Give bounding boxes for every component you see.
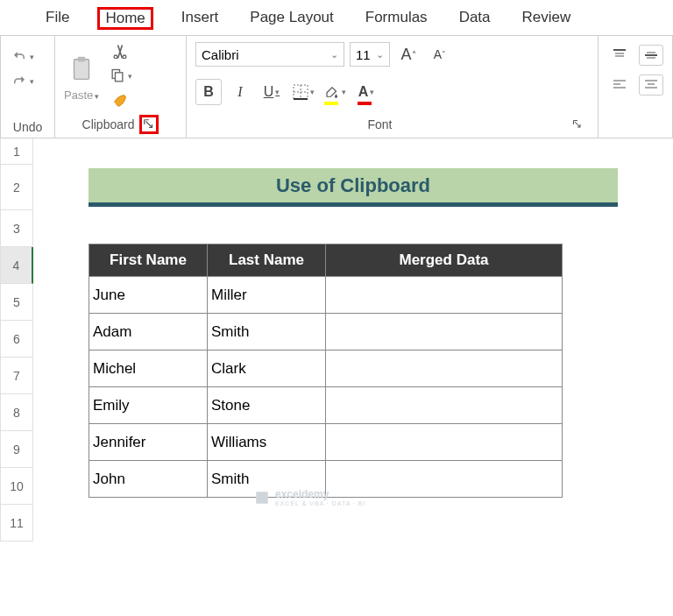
underline-button[interactable]: U (259, 79, 285, 105)
cell[interactable]: June (89, 277, 208, 314)
table-row: AdamSmith (89, 314, 563, 350)
undo-button[interactable] (10, 46, 34, 67)
worksheet[interactable]: 1 2 3 4 5 6 7 8 9 10 11 Use of Clipboard… (0, 138, 673, 542)
decrease-font-button[interactable]: A˅ (427, 41, 453, 67)
row-header[interactable]: 6 (0, 321, 33, 358)
svg-point-3 (123, 55, 126, 59)
tab-formulas[interactable]: Formulas (362, 7, 431, 30)
row-header[interactable]: 11 (0, 505, 33, 542)
cell[interactable] (326, 350, 563, 387)
group-label-font: Font (197, 117, 563, 131)
header-first-name[interactable]: First Name (89, 244, 208, 277)
svg-rect-22 (256, 492, 268, 504)
font-size-select[interactable]: 11⌄ (350, 42, 390, 67)
cell[interactable]: Emily (89, 387, 208, 424)
header-last-name[interactable]: Last Name (208, 244, 326, 277)
cell[interactable]: Smith (208, 314, 326, 350)
watermark-tagline: EXCEL & VBA · DATA · BI (275, 500, 365, 506)
tab-home[interactable]: Home (97, 7, 152, 30)
format-painter-button[interactable] (108, 90, 132, 111)
sheet-title[interactable]: Use of Clipboard (89, 168, 618, 207)
clipboard-dialog-launcher[interactable] (139, 115, 159, 134)
table-header-row: First Name Last Name Merged Data (89, 244, 563, 277)
table-row: JenniferWilliams (89, 424, 563, 461)
row-headers: 1 2 3 4 5 6 7 8 9 10 11 (0, 138, 33, 542)
group-label-undo: Undo (10, 117, 46, 134)
ribbon: Undo Paste Clipboard (0, 36, 673, 138)
font-name-value: Calibri (202, 47, 239, 62)
group-clipboard: Paste Clipboard (55, 36, 187, 138)
redo-button[interactable] (10, 71, 34, 92)
watermark: exceldemy EXCEL & VBA · DATA · BI (254, 488, 365, 506)
tab-page-layout[interactable]: Page Layout (246, 7, 336, 30)
cell[interactable]: John (89, 461, 208, 498)
data-table: First Name Last Name Merged Data JuneMil… (89, 244, 563, 498)
cell[interactable] (326, 277, 563, 314)
cell[interactable]: Jennifer (89, 424, 208, 461)
svg-rect-5 (115, 73, 122, 81)
row-header[interactable]: 8 (0, 394, 33, 431)
row-header[interactable]: 9 (0, 431, 33, 468)
tab-insert[interactable]: Insert (178, 7, 223, 30)
group-alignment (599, 36, 672, 138)
cell[interactable]: Adam (89, 314, 208, 350)
table-row: MichelClark (89, 350, 563, 387)
cell[interactable]: Miller (208, 277, 326, 314)
header-merged[interactable]: Merged Data (326, 244, 563, 277)
row-header[interactable]: 5 (0, 284, 33, 321)
align-top-button[interactable] (607, 45, 632, 66)
paste-label: Paste (64, 89, 99, 102)
row-header[interactable]: 2 (0, 165, 33, 210)
bold-button[interactable]: B (195, 79, 222, 105)
cell[interactable] (326, 387, 563, 424)
cell[interactable] (326, 314, 563, 350)
font-color-button[interactable]: A (353, 79, 379, 105)
table-row: JuneMiller (89, 277, 563, 314)
row-header[interactable]: 4 (0, 247, 33, 284)
copy-button[interactable] (108, 66, 132, 87)
table-row: EmilyStone (89, 387, 563, 424)
cell[interactable]: Clark (208, 350, 326, 387)
italic-button[interactable]: I (227, 79, 253, 105)
svg-point-2 (114, 55, 117, 59)
font-dialog-launcher[interactable] (568, 115, 587, 134)
row-header[interactable]: 1 (0, 138, 33, 165)
align-left-button[interactable] (607, 74, 632, 96)
cell[interactable]: Williams (208, 424, 326, 461)
group-undo: Undo (1, 36, 55, 138)
borders-button[interactable] (290, 79, 316, 105)
row-header[interactable]: 3 (0, 210, 33, 247)
ribbon-tabs: File Home Insert Page Layout Formulas Da… (0, 0, 673, 36)
cut-button[interactable] (108, 41, 132, 62)
cell[interactable]: Stone (208, 387, 326, 424)
font-name-select[interactable]: Calibri⌄ (195, 42, 344, 67)
cell[interactable] (326, 424, 563, 461)
font-size-value: 11 (356, 47, 371, 62)
tab-review[interactable]: Review (519, 7, 575, 30)
svg-rect-0 (74, 59, 89, 79)
paste-button[interactable]: Paste (64, 52, 99, 102)
row-header[interactable]: 7 (0, 358, 33, 394)
align-middle-button[interactable] (639, 45, 663, 66)
tab-data[interactable]: Data (456, 7, 494, 30)
watermark-brand: exceldemy (275, 488, 329, 500)
group-label-clipboard: Clipboard (82, 117, 135, 131)
tab-file[interactable]: File (42, 7, 73, 30)
increase-font-button[interactable]: A˄ (395, 41, 422, 67)
fill-color-button[interactable] (322, 79, 348, 105)
align-center-button[interactable] (639, 74, 663, 96)
group-font: Calibri⌄ 11⌄ A˄ A˅ B I U A Fo (187, 36, 599, 138)
svg-rect-1 (78, 56, 86, 61)
cell[interactable]: Michel (89, 350, 208, 387)
row-header[interactable]: 10 (0, 468, 33, 505)
